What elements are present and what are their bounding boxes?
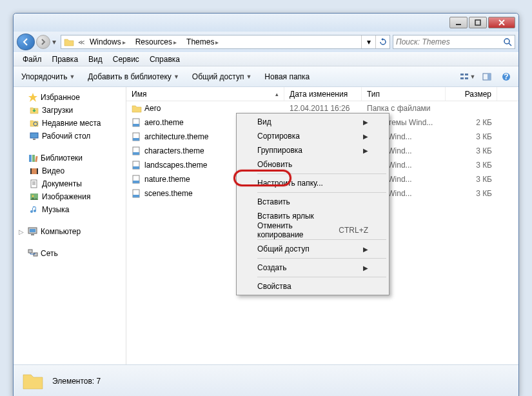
context-menu-item[interactable]: Сортировка▶ (238, 129, 388, 143)
breadcrumb-label: Themes (186, 37, 214, 46)
chevron-down-icon: ▼ (69, 74, 75, 80)
menubar: Файл Правка Вид Сервис Справка (14, 52, 518, 66)
forward-button[interactable] (36, 35, 50, 49)
context-menu-item[interactable]: Вставить (238, 195, 388, 209)
svg-rect-0 (456, 24, 461, 25)
submenu-arrow-icon: ▶ (363, 246, 368, 253)
context-menu-label: Вставить ярлык (257, 212, 314, 221)
preview-pane-button[interactable] (478, 70, 495, 84)
svg-rect-29 (133, 124, 139, 126)
downloads-icon (29, 105, 39, 115)
sidebar-item-recent[interactable]: Недавние места (14, 117, 126, 130)
svg-rect-4 (465, 74, 468, 75)
breadcrumb-resources[interactable]: Resources▸ (132, 35, 182, 48)
submenu-arrow-icon: ▶ (363, 133, 368, 140)
context-menu-item[interactable]: Создать▶ (238, 261, 388, 275)
sidebar-item-label: Рабочий стол (42, 132, 90, 141)
column-name[interactable]: Имя▴ (126, 87, 284, 101)
history-dropdown[interactable]: ▾ (50, 34, 58, 50)
sidebar-item-label: Недавние места (42, 119, 101, 128)
menu-service[interactable]: Сервис (108, 54, 144, 65)
status-count: Элементов: 7 (52, 377, 101, 386)
file-type: Папка с файлами (362, 104, 446, 113)
command-bar: Упорядочить▼ Добавить в библиотеку▼ Общи… (14, 66, 518, 87)
sidebar-item-pictures[interactable]: Изображения (14, 190, 126, 203)
address-bar[interactable]: ≪ Windows▸ Resources▸ Themes▸ ▾ (61, 35, 390, 49)
titlebar (14, 14, 518, 32)
breadcrumb-label: Windows (90, 37, 121, 46)
share-label: Общий доступ (192, 72, 244, 81)
breadcrumb-label: Resources (135, 37, 172, 46)
sidebar-label: Компьютер (41, 227, 81, 236)
column-type[interactable]: Тип (362, 87, 446, 101)
address-dropdown-button[interactable]: ▾ (361, 35, 375, 48)
svg-point-22 (32, 195, 34, 197)
theme-file-icon (132, 188, 142, 199)
menu-help[interactable]: Справка (144, 54, 185, 65)
context-menu-item[interactable]: Свойства (238, 279, 388, 293)
help-button[interactable]: ? (498, 70, 515, 84)
context-menu-item[interactable]: Общий доступ▶ (238, 242, 388, 256)
context-menu-item[interactable]: Группировка▶ (238, 143, 388, 157)
star-icon (28, 92, 38, 103)
svg-rect-31 (133, 138, 139, 141)
menu-file[interactable]: Файл (17, 54, 47, 65)
sidebar-item-label: Изображения (42, 192, 90, 201)
context-menu-item[interactable]: Настроить папку... (238, 176, 388, 190)
close-button[interactable] (488, 17, 515, 28)
menu-edit[interactable]: Правка (47, 54, 84, 65)
share-button[interactable]: Общий доступ▼ (188, 70, 256, 84)
sidebar-item-videos[interactable]: Видео (14, 164, 126, 177)
minimize-button[interactable] (449, 17, 468, 28)
file-size: 3 КБ (446, 175, 497, 184)
search-input[interactable] (396, 37, 503, 46)
svg-rect-5 (460, 77, 464, 79)
libraries-icon (28, 153, 38, 163)
back-button[interactable] (17, 34, 35, 50)
new-folder-label: Новая папка (264, 72, 310, 81)
column-size[interactable]: Размер (446, 87, 497, 101)
context-menu-item[interactable]: Обновить (238, 157, 388, 172)
svg-rect-13 (33, 139, 35, 140)
svg-rect-39 (133, 195, 139, 197)
file-size: 3 КБ (446, 189, 497, 198)
sidebar-network[interactable]: Сеть (14, 247, 126, 260)
sidebar-item-desktop[interactable]: Рабочий стол (14, 130, 126, 143)
sidebar-item-documents[interactable]: Документы (14, 177, 126, 190)
nav-buttons: ▾ (17, 34, 58, 50)
sidebar-computer[interactable]: ▷ Компьютер (14, 225, 126, 238)
sidebar-item-downloads[interactable]: Загрузки (14, 104, 126, 117)
music-icon (29, 204, 39, 215)
context-menu-item[interactable]: Вид▶ (238, 115, 388, 129)
sidebar-item-label: Загрузки (42, 106, 73, 115)
context-menu-item[interactable]: Отменить копированиеCTRL+Z (238, 223, 388, 237)
svg-rect-18 (30, 168, 32, 174)
submenu-arrow-icon: ▶ (363, 264, 368, 272)
sidebar-favorites[interactable]: Избранное (14, 91, 126, 104)
column-date[interactable]: Дата изменения (284, 87, 362, 101)
sidebar-item-music[interactable]: Музыка (14, 203, 126, 216)
view-options-button[interactable]: ▼ (459, 70, 476, 84)
search-icon (503, 37, 512, 46)
menu-view[interactable]: Вид (83, 54, 108, 65)
svg-point-2 (504, 39, 509, 44)
svg-rect-37 (133, 181, 139, 183)
svg-rect-24 (30, 229, 35, 232)
chevron-right-icon: ▸ (214, 39, 220, 46)
refresh-button[interactable] (375, 35, 389, 48)
theme-file-icon (132, 146, 142, 156)
organize-label: Упорядочить (21, 72, 67, 81)
sidebar-libraries[interactable]: Библиотеки (14, 152, 126, 164)
window-controls (449, 17, 515, 28)
sidebar-label: Избранное (41, 93, 80, 102)
organize-button[interactable]: Упорядочить▼ (17, 70, 79, 84)
breadcrumb-windows[interactable]: Windows▸ (86, 35, 132, 48)
add-library-button[interactable]: Добавить в библиотеку▼ (84, 70, 182, 84)
maximize-button[interactable] (469, 17, 487, 28)
svg-rect-1 (475, 20, 480, 25)
svg-rect-19 (37, 168, 38, 174)
search-box[interactable] (393, 35, 515, 49)
breadcrumb-themes[interactable]: Themes▸ (182, 35, 224, 48)
sidebar-label: Библиотеки (41, 153, 83, 163)
new-folder-button[interactable]: Новая папка (261, 70, 313, 84)
